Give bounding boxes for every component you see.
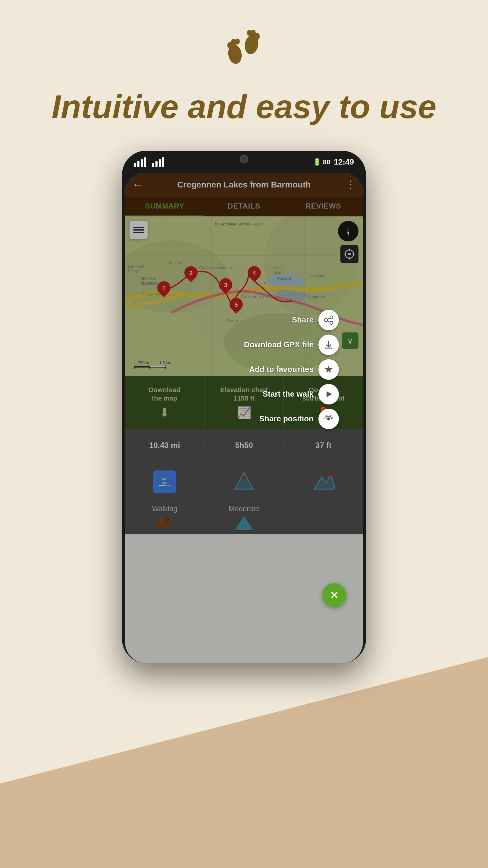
- share-position-button[interactable]: [318, 409, 339, 429]
- start-walk-dropdown-item[interactable]: Start the walk: [263, 384, 339, 404]
- svg-point-79: [330, 321, 333, 324]
- favourites-label: Add to favourites: [249, 365, 314, 374]
- svg-marker-84: [327, 391, 332, 397]
- wifi-bar-2: [156, 161, 158, 167]
- signal-bar-4: [144, 157, 146, 167]
- wifi-bar-4: [162, 157, 164, 167]
- share-button[interactable]: [318, 310, 339, 330]
- svg-line-80: [327, 318, 330, 319]
- download-gpx-label: Download GPX file: [244, 340, 314, 349]
- svg-point-77: [330, 316, 333, 319]
- status-right: 🔋 80 12:49: [313, 157, 354, 167]
- signal-indicators: [134, 157, 164, 167]
- share-label: Share: [292, 315, 314, 324]
- svg-line-81: [327, 321, 330, 322]
- front-camera: [240, 155, 248, 163]
- svg-point-85: [327, 417, 330, 421]
- download-gpx-button[interactable]: [318, 335, 339, 355]
- signal-bar-1: [134, 163, 136, 167]
- battery-indicator: 🔋 80: [313, 158, 330, 166]
- phone-screen: ← Cregennen Lakes from Barmouth ⋮ SUMMAR…: [125, 173, 363, 663]
- start-walk-label: Start the walk: [263, 390, 314, 399]
- footprint-icon: [217, 24, 271, 78]
- favourites-button[interactable]: [318, 359, 339, 380]
- phone-notch: [196, 151, 292, 167]
- time-display: 12:49: [334, 157, 354, 167]
- share-dropdown-item[interactable]: Share: [292, 310, 339, 330]
- share-position-dropdown-item[interactable]: Share position: [259, 409, 339, 429]
- page-wrapper: Intuitive and easy to use: [0, 0, 488, 663]
- close-icon: ✕: [330, 589, 339, 601]
- close-fab-button[interactable]: ✕: [322, 583, 347, 607]
- wifi-bar-1: [152, 163, 154, 167]
- signal-bar-3: [141, 159, 143, 167]
- svg-marker-83: [325, 366, 332, 373]
- signal-bar-2: [137, 161, 139, 167]
- main-title: Intuitive and easy to use: [33, 87, 455, 127]
- svg-point-78: [324, 318, 327, 321]
- dropdown-menu: Share Download GPX file: [244, 310, 339, 429]
- share-position-label: Share position: [259, 414, 314, 424]
- start-walk-button[interactable]: [318, 384, 339, 404]
- download-gpx-dropdown-item[interactable]: Download GPX file: [244, 335, 339, 355]
- phone-device: 🔋 80 12:49 ← Cregennen Lakes from Barmou…: [122, 151, 366, 663]
- favourites-dropdown-item[interactable]: Add to favourites: [249, 359, 339, 380]
- wifi-bar-3: [159, 159, 161, 167]
